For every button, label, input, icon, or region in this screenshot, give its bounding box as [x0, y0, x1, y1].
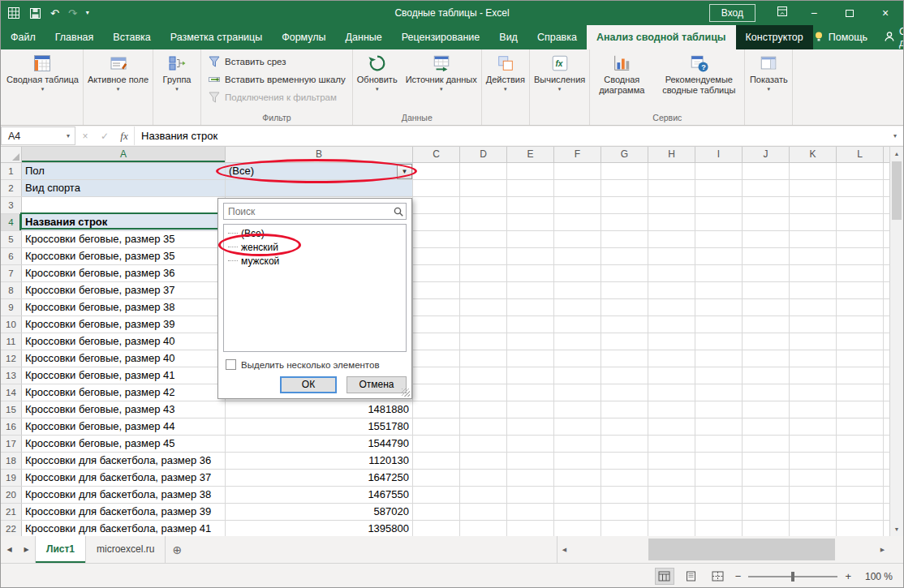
row-header[interactable]: 20 — [1, 487, 22, 503]
horizontal-scroll-track[interactable] — [571, 536, 876, 563]
cell-column-b[interactable]: 1395800 — [226, 521, 413, 536]
undo-icon[interactable]: ↶ — [50, 8, 59, 19]
help-button[interactable]: Помощь — [813, 31, 867, 45]
cell-column-b[interactable]: 1467550 — [226, 487, 413, 503]
tab-pivot-analyze[interactable]: Анализ сводной таблицы — [587, 25, 736, 49]
cancel-entry-icon[interactable]: × — [75, 131, 95, 142]
ok-button[interactable]: ОК — [280, 376, 337, 393]
ribbon-display-options-icon[interactable] — [768, 6, 796, 20]
scroll-right-icon[interactable]: ▶ — [876, 536, 889, 563]
row-header[interactable]: 7 — [1, 265, 22, 281]
column-header[interactable]: L — [837, 147, 884, 162]
cell-column-a[interactable]: Кроссовки беговые, размер 35 — [22, 248, 226, 264]
cell-column-a[interactable]: Кроссовки беговые, размер 40 — [22, 350, 226, 367]
cell-column-b[interactable]: 1551780 — [226, 418, 413, 435]
show-button[interactable]: Показать ▾ — [745, 49, 792, 93]
insert-function-icon[interactable]: fx — [114, 130, 134, 143]
column-header[interactable]: H — [648, 147, 695, 162]
empty-cells[interactable] — [413, 163, 903, 179]
cell-column-b[interactable]: 1647250 — [226, 470, 413, 486]
row-header[interactable]: 18 — [1, 453, 22, 469]
row-header[interactable]: 12 — [1, 350, 22, 367]
horizontal-scrollbar[interactable]: ◀ ▶ — [557, 536, 889, 563]
save-icon[interactable] — [29, 7, 41, 19]
tab-constructor[interactable]: Конструктор — [736, 25, 813, 49]
empty-cells[interactable] — [413, 299, 903, 315]
search-input[interactable] — [223, 203, 407, 220]
zoom-in-button[interactable]: + — [845, 570, 851, 582]
page-layout-view-button[interactable] — [682, 568, 701, 585]
cell-column-a[interactable]: Кроссовки беговые, размер 40 — [22, 333, 226, 350]
row-header[interactable]: 13 — [1, 367, 22, 384]
active-field-button[interactable]: Активное поле ▾ — [84, 49, 153, 93]
column-header[interactable]: D — [460, 147, 507, 162]
redo-icon[interactable]: ↷ — [68, 8, 77, 19]
sheet-nav-left-icon[interactable]: ◀ — [1, 536, 18, 563]
filter-option[interactable]: (Все) — [224, 226, 406, 240]
scroll-left-icon[interactable]: ◀ — [557, 536, 571, 563]
cell-column-a[interactable]: Кроссовки для баскетбола, размер 36 — [22, 453, 226, 469]
empty-cells[interactable] — [413, 197, 903, 213]
row-header[interactable]: 14 — [1, 384, 22, 401]
empty-cells[interactable] — [413, 436, 903, 452]
empty-cells[interactable] — [413, 265, 903, 281]
cell-column-a[interactable]: Кроссовки беговые, размер 42 — [22, 384, 226, 401]
cell-column-b[interactable]: (Все) — [226, 163, 413, 179]
empty-cells[interactable] — [413, 504, 903, 520]
vertical-scrollbar-thumb[interactable] — [892, 161, 902, 220]
column-header[interactable]: G — [601, 147, 648, 162]
row-header[interactable]: 3 — [1, 197, 22, 213]
column-header[interactable]: I — [695, 147, 743, 162]
column-header[interactable]: B — [226, 147, 413, 162]
filter-connections-button[interactable]: Подключения к фильтрам — [208, 91, 346, 104]
recommended-pivot-tables-button[interactable]: ? Рекомендуемые сводные таблицы — [653, 49, 744, 112]
cell-column-b[interactable]: 1481880 — [226, 401, 413, 418]
empty-cells[interactable] — [413, 487, 903, 503]
cell-column-a[interactable]: Кроссовки беговые, размер 43 — [22, 401, 226, 418]
ribbon-tab[interactable]: Главная — [45, 25, 104, 49]
name-box[interactable]: A4 ▾ — [1, 127, 75, 145]
cell-column-b[interactable] — [226, 180, 413, 196]
ribbon-tab[interactable]: Разметка страницы — [161, 25, 272, 49]
close-button[interactable]: × — [867, 1, 903, 25]
cell-column-a[interactable]: Кроссовки беговые, размер 44 — [22, 418, 226, 435]
resize-grip[interactable] — [402, 388, 410, 397]
maximize-button[interactable] — [832, 1, 867, 25]
ribbon-tab[interactable]: Данные — [336, 25, 392, 49]
column-header[interactable]: K — [790, 147, 837, 162]
actions-button[interactable]: Действия ▾ — [482, 49, 529, 93]
cell-column-a[interactable]: Кроссовки для баскетбола, размер 37 — [22, 470, 226, 486]
empty-cells[interactable] — [413, 350, 903, 367]
cell-column-a[interactable]: Кроссовки беговые, размер 39 — [22, 316, 226, 333]
row-header[interactable]: 22 — [1, 521, 22, 536]
normal-view-button[interactable] — [655, 568, 674, 585]
row-header[interactable]: 5 — [1, 231, 22, 247]
empty-cells[interactable] — [413, 367, 903, 384]
cell-column-a[interactable]: Кроссовки для баскетбола, размер 41 — [22, 521, 226, 536]
empty-cells[interactable] — [413, 401, 903, 418]
select-all-corner[interactable] — [1, 147, 22, 162]
formula-input[interactable]: Названия строк — [135, 127, 887, 145]
filter-option[interactable]: мужской — [224, 254, 406, 268]
pivot-filter-dropdown-button[interactable]: ▼ — [397, 164, 412, 179]
insert-timeline-button[interactable]: Вставить временную шкалу — [208, 73, 346, 86]
insert-slicer-button[interactable]: Вставить срез — [208, 55, 346, 68]
minimize-button[interactable]: − — [796, 1, 832, 25]
cell-column-a[interactable]: Кроссовки беговые, размер 37 — [22, 282, 226, 298]
empty-cells[interactable] — [413, 316, 903, 333]
ribbon-tab[interactable]: Рецензирование — [392, 25, 490, 49]
sheet-nav-right-icon[interactable]: ▶ — [18, 536, 35, 563]
cell-column-a[interactable]: Кроссовки беговые, размер 45 — [22, 436, 226, 452]
tab-file[interactable]: Файл — [1, 25, 45, 49]
empty-cells[interactable] — [413, 418, 903, 435]
excel-app-icon[interactable] — [7, 6, 20, 19]
empty-cells[interactable] — [413, 384, 903, 401]
ribbon-tab[interactable]: Справка — [527, 25, 587, 49]
page-break-view-button[interactable] — [708, 568, 728, 585]
zoom-thumb[interactable] — [791, 572, 794, 582]
multi-select-checkbox[interactable]: Выделить несколько элементов — [226, 359, 380, 370]
row-header[interactable]: 17 — [1, 436, 22, 452]
sheet-tab-microexcel[interactable]: microexcel.ru — [86, 536, 166, 563]
sign-in-button[interactable]: Вход — [709, 4, 755, 22]
zoom-level[interactable]: 100 % — [859, 571, 893, 582]
